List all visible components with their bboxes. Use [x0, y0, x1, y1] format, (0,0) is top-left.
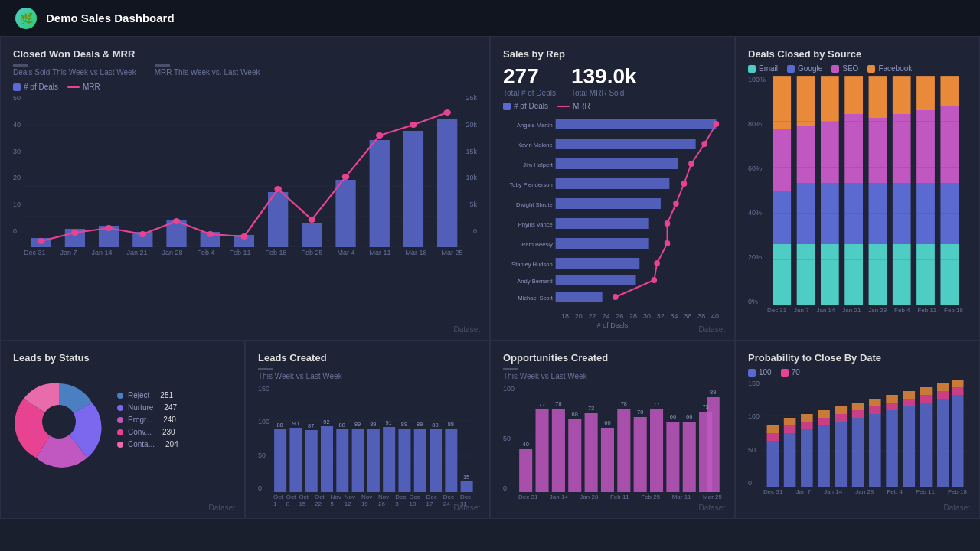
- svg-point-54: [688, 161, 694, 167]
- svg-rect-167: [784, 433, 796, 487]
- svg-point-55: [681, 181, 688, 187]
- header: 🌿 Demo Sales Dashboard: [0, 0, 980, 37]
- svg-text:15: 15: [463, 474, 469, 481]
- svg-rect-116: [445, 429, 457, 492]
- svg-point-57: [665, 220, 671, 227]
- leads-created-card: Leads Created This Week vs Last Week 150…: [245, 341, 490, 519]
- svg-rect-182: [869, 414, 881, 487]
- svg-rect-42: [556, 119, 717, 129]
- svg-text:88: 88: [339, 422, 345, 429]
- svg-rect-46: [556, 198, 661, 209]
- opportunities-card: Opportunities Created This Week vs Last …: [490, 341, 735, 519]
- svg-rect-164: [767, 441, 779, 487]
- svg-text:89: 89: [416, 421, 423, 428]
- sales-rep-chart: Angela Martin Kevin Malone Jim Halpert T…: [503, 113, 722, 312]
- logo-icon: 🌿: [15, 8, 37, 29]
- svg-rect-175: [818, 410, 830, 418]
- svg-rect-178: [835, 406, 848, 414]
- svg-point-24: [207, 231, 214, 237]
- svg-rect-184: [869, 399, 881, 406]
- svg-rect-51: [556, 292, 603, 302]
- svg-rect-105: [274, 429, 286, 492]
- opportunities-title: Opportunities Created: [503, 352, 722, 364]
- svg-rect-134: [519, 449, 532, 492]
- svg-text:Pam Beesly: Pam Beesly: [521, 241, 553, 248]
- svg-rect-69: [797, 244, 815, 305]
- pie-chart: [13, 376, 105, 468]
- svg-text:90: 90: [292, 420, 299, 427]
- svg-rect-14: [302, 223, 322, 247]
- svg-rect-192: [920, 395, 933, 403]
- svg-rect-45: [556, 178, 670, 189]
- svg-text:68: 68: [572, 411, 578, 418]
- svg-text:70: 70: [637, 409, 643, 416]
- svg-text:75: 75: [702, 403, 708, 410]
- total-mrr: 139.0k: [571, 64, 637, 89]
- svg-rect-78: [869, 76, 887, 118]
- svg-rect-18: [437, 119, 457, 247]
- svg-point-20: [71, 230, 79, 236]
- svg-rect-106: [289, 428, 302, 492]
- probability-card: Probability to Close By Date 100 70 1501…: [735, 341, 980, 519]
- svg-text:40: 40: [523, 441, 529, 448]
- svg-point-59: [654, 260, 660, 266]
- svg-rect-75: [844, 114, 863, 183]
- deals-source-title: Deals Closed by Source: [748, 48, 967, 60]
- svg-text:66: 66: [670, 413, 676, 420]
- svg-rect-188: [903, 406, 916, 487]
- leads-created-week: This Week vs Last Week: [258, 372, 477, 380]
- svg-text:Toby Flenderson: Toby Flenderson: [510, 181, 553, 188]
- opportunities-dataset: Dataset: [699, 504, 725, 512]
- probability-dataset: Dataset: [944, 504, 970, 512]
- svg-rect-93: [940, 244, 959, 305]
- leads-created-indicator: [258, 368, 273, 370]
- svg-point-29: [376, 132, 384, 139]
- svg-rect-171: [801, 422, 813, 429]
- svg-rect-87: [916, 110, 935, 183]
- svg-text:89: 89: [370, 421, 376, 428]
- svg-rect-138: [585, 413, 598, 492]
- svg-text:78: 78: [621, 400, 627, 407]
- svg-rect-49: [556, 258, 640, 269]
- svg-point-19: [38, 238, 45, 244]
- opps-chart: 40 77 78 68 73 60 78 70 77 66 66 75 89: [518, 385, 722, 492]
- svg-rect-191: [920, 403, 933, 487]
- probability-chart: [763, 380, 967, 487]
- svg-rect-198: [952, 387, 964, 395]
- svg-rect-109: [336, 429, 348, 492]
- svg-point-21: [105, 225, 113, 231]
- svg-rect-115: [430, 429, 442, 492]
- svg-point-25: [240, 233, 248, 240]
- pie-legend: Reject251 Nurture247 Progr...240 Conv...…: [117, 391, 178, 452]
- closed-won-legend: # of Deals MRR: [13, 83, 477, 91]
- svg-text:Stanley Hudson: Stanley Hudson: [511, 261, 553, 268]
- svg-text:60: 60: [604, 419, 610, 426]
- dashboard-grid: Closed Won Deals & MRR Deals Sold This W…: [0, 37, 980, 519]
- svg-point-60: [652, 277, 658, 283]
- svg-rect-50: [556, 275, 636, 285]
- svg-text:91: 91: [386, 419, 392, 426]
- svg-rect-195: [937, 391, 949, 399]
- svg-rect-186: [886, 403, 898, 410]
- svg-rect-181: [852, 403, 864, 410]
- svg-text:89: 89: [354, 421, 361, 428]
- svg-text:87: 87: [308, 422, 314, 429]
- deals-source-chart: [769, 76, 967, 305]
- svg-text:78: 78: [555, 400, 561, 407]
- svg-point-26: [274, 186, 282, 192]
- closed-won-title: Closed Won Deals & MRR: [13, 48, 477, 60]
- svg-point-22: [139, 231, 147, 237]
- svg-rect-137: [568, 419, 581, 492]
- svg-rect-187: [886, 395, 898, 403]
- svg-rect-142: [650, 409, 663, 492]
- svg-rect-66: [797, 76, 815, 126]
- svg-text:77: 77: [653, 401, 659, 408]
- leads-status-dataset: Dataset: [209, 504, 235, 512]
- svg-rect-179: [852, 418, 864, 487]
- svg-rect-173: [818, 425, 830, 487]
- svg-text:92: 92: [323, 419, 329, 425]
- svg-rect-172: [801, 414, 813, 422]
- svg-rect-196: [937, 383, 949, 391]
- svg-rect-63: [773, 129, 791, 191]
- svg-rect-166: [767, 425, 779, 433]
